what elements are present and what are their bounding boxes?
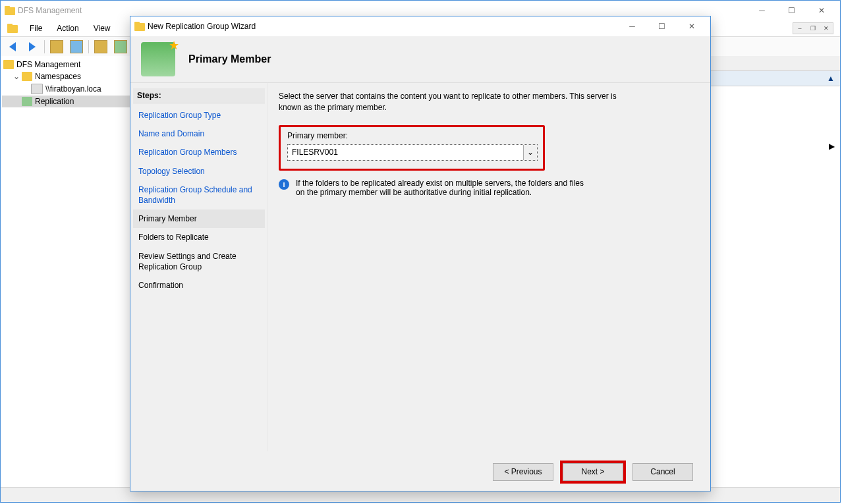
- tree-replication[interactable]: Replication: [2, 96, 130, 107]
- menu-action[interactable]: Action: [51, 22, 84, 34]
- minimize-button[interactable]: ─: [747, 1, 777, 20]
- chevron-right-icon: ▶: [829, 142, 835, 151]
- wizard-header-icon: [141, 42, 175, 76]
- toolbar-button[interactable]: [69, 39, 84, 55]
- primary-member-value: FILESRV001: [288, 148, 523, 157]
- mdi-restore-button[interactable]: ❐: [806, 23, 820, 34]
- replication-icon: [22, 97, 32, 106]
- info-text: If the folders to be replicated already …: [296, 179, 588, 197]
- menu-view[interactable]: View: [88, 22, 116, 34]
- step-schedule-bandwidth[interactable]: Replication Group Schedule and Bandwidth: [133, 181, 265, 210]
- maximize-button[interactable]: ☐: [777, 1, 806, 20]
- mdi-close-button[interactable]: ✕: [820, 23, 833, 34]
- toolbar-button[interactable]: [93, 39, 109, 55]
- wizard-titlebar: New Replication Group Wizard ─ ☐ ✕: [130, 16, 710, 36]
- wizard-footer: < Previous Next > Cancel: [130, 453, 710, 491]
- folder-icon: [134, 22, 145, 31]
- close-button[interactable]: ✕: [806, 1, 836, 20]
- next-button[interactable]: Next >: [563, 463, 623, 481]
- folder-icon: [3, 60, 14, 69]
- info-icon: i: [279, 179, 289, 190]
- steps-title: Steps:: [133, 88, 265, 103]
- wizard-maximize-button[interactable]: ☐: [647, 17, 677, 36]
- toolbar-button[interactable]: [113, 39, 128, 55]
- menu-file[interactable]: File: [24, 22, 47, 34]
- folder-icon: [5, 6, 15, 15]
- tree-label: DFS Management: [16, 60, 80, 69]
- step-primary-member[interactable]: Primary Member: [133, 210, 265, 228]
- wizard-content: Select the server that contains the cont…: [268, 83, 710, 451]
- step-folders-to-replicate[interactable]: Folders to Replicate: [133, 228, 265, 246]
- wizard-close-button[interactable]: ✕: [677, 17, 706, 36]
- wizard-title: New Replication Group Wizard: [148, 22, 617, 31]
- toolbar-button[interactable]: [49, 39, 65, 55]
- folder-icon: [7, 24, 18, 33]
- primary-member-field-group: Primary member: FILESRV001 ⌄: [279, 125, 545, 171]
- tree-label: Replication: [35, 97, 74, 106]
- steps-pane: Steps: Replication Group Type Name and D…: [130, 83, 268, 451]
- forward-button[interactable]: [24, 39, 40, 55]
- twisty-icon[interactable]: ⌄: [13, 72, 20, 81]
- wizard-minimize-button[interactable]: ─: [617, 17, 647, 36]
- step-replication-group-members[interactable]: Replication Group Members: [133, 143, 265, 161]
- step-replication-group-type[interactable]: Replication Group Type: [133, 106, 265, 125]
- primary-member-label: Primary member:: [287, 131, 536, 140]
- primary-member-combo[interactable]: FILESRV001 ⌄: [287, 144, 538, 161]
- step-review-settings[interactable]: Review Settings and Create Replication G…: [133, 247, 265, 276]
- info-note: i If the folders to be replicated alread…: [279, 179, 588, 197]
- tree-root[interactable]: DFS Management: [2, 59, 130, 70]
- tree-label: Namespaces: [35, 72, 81, 81]
- collapse-icon: ▲: [827, 74, 835, 83]
- tree-label: \\firatboyan.loca: [45, 84, 101, 94]
- mdi-minimize-button[interactable]: –: [793, 23, 806, 34]
- step-topology-selection[interactable]: Topology Selection: [133, 162, 265, 181]
- back-button[interactable]: [5, 39, 20, 55]
- previous-button[interactable]: < Previous: [493, 463, 553, 481]
- wizard-header-title: Primary Member: [188, 53, 271, 65]
- step-name-and-domain[interactable]: Name and Domain: [133, 125, 265, 143]
- server-icon: [31, 84, 43, 94]
- tree-namespaces[interactable]: ⌄ Namespaces: [2, 70, 130, 82]
- cancel-button[interactable]: Cancel: [632, 463, 693, 481]
- replication-wizard-dialog: New Replication Group Wizard ─ ☐ ✕ Prima…: [130, 16, 711, 491]
- step-confirmation[interactable]: Confirmation: [133, 276, 265, 294]
- chevron-down-icon[interactable]: ⌄: [523, 145, 537, 160]
- tree-pane: DFS Management ⌄ Namespaces \\firatboyan…: [1, 56, 132, 486]
- folder-icon: [22, 72, 32, 81]
- main-window-title: DFS Management: [18, 6, 747, 15]
- instruction-text: Select the server that contains the cont…: [279, 91, 621, 113]
- wizard-header: Primary Member: [130, 36, 710, 82]
- tree-namespace-item[interactable]: \\firatboyan.loca: [2, 82, 130, 96]
